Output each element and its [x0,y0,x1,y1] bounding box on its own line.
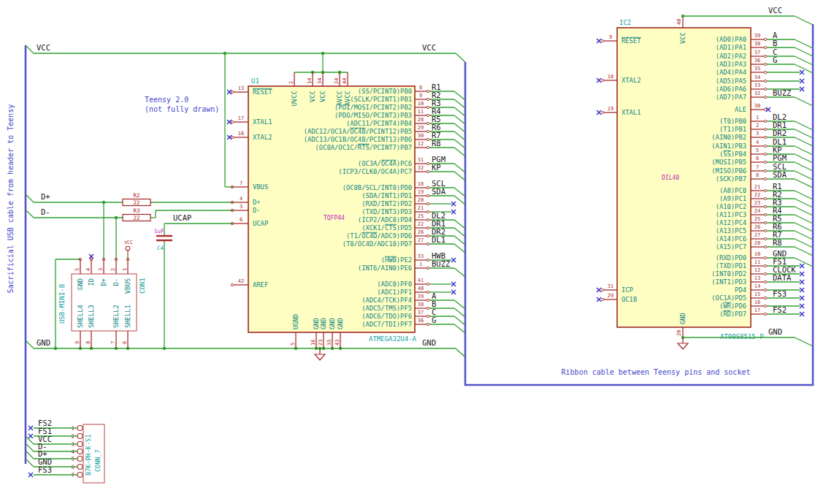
pin-name: (ADC13/OC1B/OC4B/PCINT13)PB6 [304,136,412,143]
pin-number: 2 [110,268,116,271]
pin-name: (RXD)PD0 [716,254,746,261]
wire [26,443,34,451]
pin-number: 27 [418,237,424,243]
pin-number: 9 [609,34,612,40]
pin-number: 6 [122,341,128,344]
pin-number: 20 [676,330,682,336]
net-label: FS3 [773,289,787,298]
net-label: VCC [422,43,436,52]
wire [454,228,465,237]
pin-end [427,114,429,116]
pin-end [427,267,429,269]
pin-number: 9 [419,93,422,99]
pin-name: (ADC11/PCINT4)PB4 [346,120,412,127]
pin-name: (SCK)PB7 [716,175,746,183]
pin-end [764,197,766,199]
pin-number: 3 [756,131,759,137]
pin-number: 2 [756,123,759,129]
u1-ref: U1 [251,77,259,85]
wire [795,191,813,199]
wire [454,236,465,245]
pin-end [427,210,429,213]
pin-name: (T0)PB0 [719,118,746,125]
pin-number: 19 [608,106,613,112]
wire [795,97,813,106]
pin-end [427,162,429,164]
pin-number: 18 [418,181,424,187]
wire [456,348,465,357]
pin-end [427,106,429,108]
pin-number: 5 [290,343,296,345]
pin-name: VBUS [124,278,131,294]
pin-end [764,108,766,110]
pin-name: VCC [309,91,316,102]
c4-ref: C4 [157,245,164,251]
wire [795,121,813,130]
pin-number: 39 [754,33,760,39]
net-label: G [773,56,777,64]
pin-number: 31 [418,157,424,163]
pin-number: 8 [419,85,422,91]
c4-value: 1uF [154,228,164,234]
junction-dot [115,216,118,219]
pin-number: 30 [418,133,424,139]
pin-end [427,299,429,301]
pin-name: (TXD)PD1 [716,262,746,270]
pin-name: UVCC [291,91,298,106]
wire [795,239,813,248]
wire [454,324,465,333]
net-label: GND [37,338,50,347]
pin-name: XTAL2 [622,77,640,84]
pin-name: (SS/PCINT0)PB0 [358,88,412,95]
pin-name: (ADC6/TDO)PF6 [362,313,412,320]
pin-number: 26 [418,229,424,235]
pin-name: GND [329,318,336,329]
pin-number: 40 [418,286,424,291]
wire [454,91,465,100]
net-label: B [773,39,777,47]
pin-name: ALE [735,106,746,113]
pin-end [764,289,766,291]
pin-number: 37 [418,310,424,316]
pin-number: 10 [418,101,424,107]
pin-number: 43 [334,340,340,345]
conn7-pin-circle [77,434,83,439]
conn7-ref: CONN_7 [94,449,102,472]
pin-end [231,136,233,138]
pin-end [764,305,766,307]
pin-number: 1 [419,261,422,267]
junction-dot [102,201,105,204]
pin-name: (ADC0)PF0 [377,280,412,288]
pin-name: AVCC [344,91,351,106]
pin-name: (TXD/INT3)PD3 [362,208,412,215]
pin-end [764,177,766,180]
pin-name: (SCLK/PCINT1)PB1 [350,96,412,103]
wire [795,129,813,138]
wire [795,16,813,25]
pin-name: (A14)PC6 [716,235,746,243]
pin-number: 22 [418,221,424,227]
schematic-drawing: R222R3221uFC4VCCU1ATMEGA32U4-ATQFP4413RE… [0,0,826,504]
pin-end [764,237,766,240]
pin-number: 28 [754,240,760,246]
net-label: BUZZ [773,88,791,97]
pin-number: 26 [754,224,760,230]
pin-end [764,96,766,98]
conn7-pin-circle [77,426,83,431]
wire [456,53,465,62]
pin-number: 7 [240,180,242,186]
conn7-pin-circle [77,457,83,462]
pin-name: (OC3A/OC4A)PC6 [358,160,412,167]
net-label: SDA [773,170,787,179]
pin-number: 27 [754,232,760,238]
wire [454,300,465,309]
pin-name: (AD0)PA0 [716,36,746,43]
pin-end [427,130,429,132]
pin-name: (ADC12/OC1A/OC4B/PCINT12)PB5 [304,128,412,135]
junction-dot [223,52,226,55]
pin-number: 15 [754,291,760,297]
pin-number: 34 [317,78,323,84]
pin-end [427,138,429,140]
wire [795,223,813,232]
pin-name: (AD2)PA2 [716,53,746,60]
